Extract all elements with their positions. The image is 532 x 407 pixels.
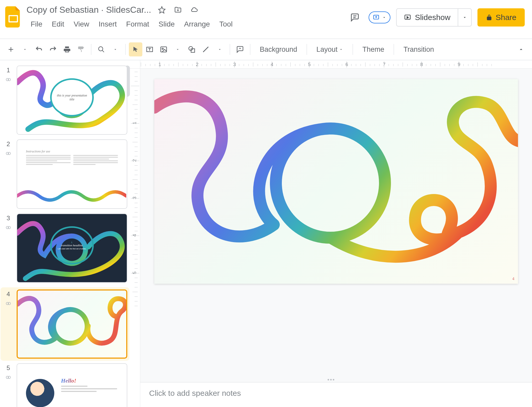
- layout-button[interactable]: Layout: [310, 42, 349, 56]
- background-button[interactable]: Background: [254, 42, 303, 56]
- zoom-dropdown[interactable]: [109, 42, 122, 56]
- menu-file[interactable]: File: [26, 18, 46, 30]
- notes-resize-handle[interactable]: [130, 377, 532, 382]
- share-label: Share: [496, 13, 516, 22]
- title-bar: Copy of Sebastian · SlidesCar... File Ed…: [0, 0, 532, 38]
- thumb-number: 2: [6, 140, 10, 148]
- slide-canvas[interactable]: 4: [154, 79, 518, 284]
- transition-button[interactable]: Transition: [397, 42, 440, 56]
- svg-point-7: [162, 48, 163, 49]
- menu-slide[interactable]: Slide: [154, 18, 179, 30]
- thumb-number: 5: [6, 364, 10, 372]
- thumb-hello: Hello!: [61, 377, 120, 384]
- select-tool[interactable]: [129, 42, 142, 56]
- redo-button[interactable]: [46, 42, 60, 56]
- menu-arrange[interactable]: Arrange: [180, 18, 214, 30]
- toolbar: Background Layout Theme Transition: [0, 38, 532, 60]
- paint-format-button[interactable]: [74, 42, 88, 56]
- print-button[interactable]: [60, 42, 74, 56]
- slide-thumb-1[interactable]: 1 this is your presentation title: [3, 66, 127, 135]
- vertical-ruler[interactable]: 12345: [130, 69, 140, 407]
- menu-tools[interactable]: Tool: [215, 18, 237, 30]
- transition-indicator-icon: [5, 150, 11, 158]
- avatar: [26, 379, 55, 407]
- slide-page-number: 4: [512, 276, 514, 281]
- thumb-number: 4: [6, 290, 10, 298]
- thumb-title: transition headline: [61, 244, 83, 247]
- collapse-toolbar-icon[interactable]: [514, 43, 528, 56]
- image-dropdown[interactable]: [171, 42, 184, 56]
- svg-rect-9: [191, 49, 195, 53]
- app-logo[interactable]: [4, 5, 22, 29]
- thumb-title: this is your presentation title: [50, 78, 94, 117]
- transition-indicator-icon: [5, 224, 11, 232]
- horizontal-ruler[interactable]: 123456789: [140, 60, 532, 69]
- shape-tool[interactable]: [185, 42, 198, 56]
- slideshow-dropdown[interactable]: [458, 9, 471, 26]
- theme-button[interactable]: Theme: [356, 42, 390, 56]
- thumb-number: 1: [6, 67, 10, 74]
- new-slide-dropdown[interactable]: [18, 42, 32, 56]
- menu-bar: File Edit View Insert Format Slide Arran…: [26, 18, 343, 30]
- document-title[interactable]: Copy of Sebastian · SlidesCar...: [26, 4, 151, 16]
- canvas-area: 123456789 12345: [130, 60, 532, 407]
- slideshow-button[interactable]: Slideshow: [397, 9, 458, 26]
- filmstrip[interactable]: 1 this is your presentation title 2 Inst…: [0, 60, 130, 407]
- cloud-status-icon[interactable]: [189, 4, 200, 15]
- share-button[interactable]: Share: [477, 8, 525, 27]
- menu-format[interactable]: Format: [122, 18, 154, 30]
- slide-thumb-3[interactable]: 3 1.transition headlineLet's start with …: [3, 214, 127, 283]
- image-tool[interactable]: [157, 42, 170, 56]
- move-to-folder-icon[interactable]: [172, 4, 183, 15]
- undo-button[interactable]: [32, 42, 46, 56]
- svg-point-4: [99, 47, 103, 51]
- svg-rect-1: [10, 16, 17, 21]
- svg-rect-6: [161, 47, 167, 52]
- comments-icon[interactable]: [347, 9, 363, 25]
- present-dropdown[interactable]: [369, 11, 390, 23]
- thumb-number: 3: [6, 215, 10, 222]
- transition-indicator-icon: [5, 300, 11, 308]
- transition-indicator-icon: [5, 374, 11, 382]
- line-dropdown[interactable]: [213, 42, 227, 56]
- star-icon[interactable]: [156, 4, 167, 15]
- menu-insert[interactable]: Insert: [95, 18, 121, 30]
- slide-thumb-4[interactable]: 4: [1, 287, 129, 361]
- slide-thumb-5[interactable]: 5 Hello!: [3, 363, 127, 407]
- textbox-tool[interactable]: [143, 42, 156, 56]
- slide-thumb-2[interactable]: 2 Instructions for use: [3, 139, 127, 209]
- line-tool[interactable]: [199, 42, 212, 56]
- thumb-title: Instructions for use: [26, 150, 118, 153]
- slideshow-label: Slideshow: [415, 13, 450, 22]
- menu-edit[interactable]: Edit: [48, 18, 68, 30]
- new-slide-button[interactable]: [4, 42, 18, 56]
- transition-indicator-icon: [5, 76, 11, 84]
- menu-view[interactable]: View: [69, 18, 93, 30]
- speaker-notes[interactable]: Click to add speaker notes: [140, 382, 532, 407]
- comment-tool[interactable]: [233, 42, 247, 56]
- zoom-button[interactable]: [95, 42, 108, 56]
